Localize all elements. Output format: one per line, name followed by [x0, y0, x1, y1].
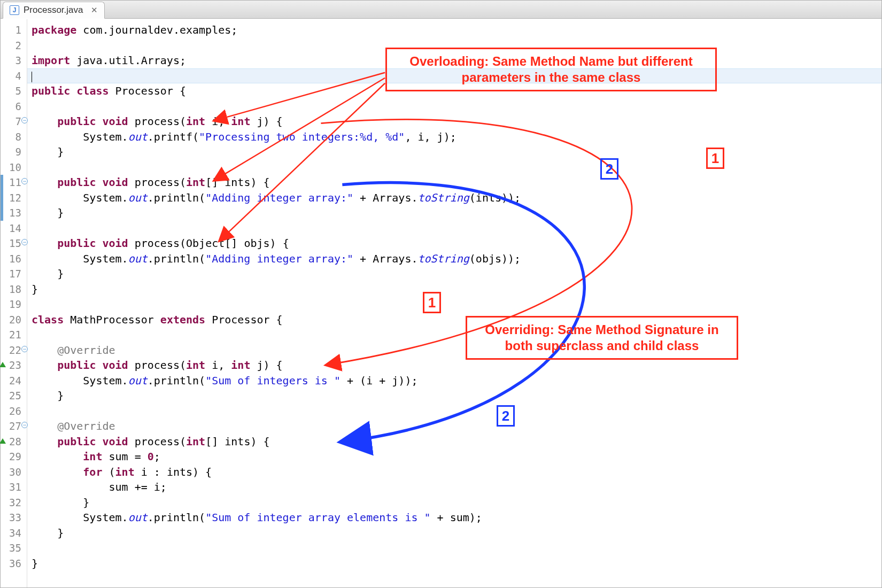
line-number: 26 — [1, 404, 27, 419]
code-line[interactable]: public void process(int i, int j) { — [32, 114, 881, 129]
code-line[interactable]: System.out.println("Sum of integers is "… — [32, 373, 881, 389]
code-line[interactable]: } — [32, 525, 881, 541]
line-number: 35 — [1, 540, 27, 556]
line-number: 1 — [1, 22, 27, 38]
code-line[interactable] — [32, 297, 881, 312]
line-number: 20 — [1, 312, 27, 328]
code-line[interactable] — [32, 160, 881, 175]
code-line[interactable]: System.out.println("Adding integer array… — [32, 251, 881, 267]
override-marker-icon[interactable] — [0, 438, 6, 444]
change-marker — [1, 175, 3, 190]
code-line[interactable]: class MathProcessor extends Processor { — [32, 312, 881, 328]
line-number: 4 — [1, 68, 27, 84]
code-line[interactable]: package com.journaldev.examples; — [32, 22, 881, 38]
line-number: 8 — [1, 129, 27, 145]
line-number: 22− — [1, 343, 27, 358]
code-line[interactable]: public void process(int i, int j) { — [32, 358, 881, 373]
line-number: 18 — [1, 282, 27, 297]
close-icon[interactable]: ✕ — [91, 5, 98, 15]
code-line[interactable] — [32, 540, 881, 556]
line-number: 21 — [1, 327, 27, 343]
code-area[interactable]: package com.journaldev.examples; import … — [27, 19, 881, 587]
line-number: 3 — [1, 53, 27, 68]
code-line[interactable]: sum += i; — [32, 479, 881, 495]
change-marker — [1, 190, 3, 206]
code-line[interactable]: } — [32, 144, 881, 160]
line-number: 27− — [1, 419, 27, 434]
code-line[interactable] — [32, 404, 881, 419]
line-number: 36 — [1, 556, 27, 571]
change-marker — [1, 205, 3, 221]
code-line[interactable]: int sum = 0; — [32, 449, 881, 465]
line-number: 17 — [1, 266, 27, 282]
override-marker-icon[interactable] — [0, 362, 6, 367]
override-pair-2a-label: 2 — [600, 158, 618, 180]
code-line[interactable]: } — [32, 388, 881, 404]
line-number: 7− — [1, 114, 27, 129]
code-line[interactable]: for (int i : ints) { — [32, 465, 881, 480]
code-line[interactable]: public void process(Object[] objs) { — [32, 236, 881, 251]
line-number: 15− — [1, 236, 27, 251]
line-number: 16 — [1, 251, 27, 267]
line-number: 12 — [1, 190, 27, 206]
code-line[interactable]: } — [32, 205, 881, 221]
code-line[interactable]: System.out.println("Adding integer array… — [32, 190, 881, 206]
code-line[interactable] — [32, 99, 881, 114]
line-number: 33 — [1, 510, 27, 525]
line-number-gutter: 1234567−891011−12131415−16171819202122−2… — [1, 19, 27, 587]
line-number: 13 — [1, 205, 27, 221]
overloading-callout: Overloading: Same Method Name but differ… — [385, 48, 717, 91]
code-line[interactable]: public void process(int[] ints) { — [32, 434, 881, 450]
line-number: 34 — [1, 525, 27, 541]
tab-bar: J Processor.java ✕ — [1, 1, 881, 19]
line-number: 25 — [1, 388, 27, 404]
code-line[interactable] — [32, 327, 881, 343]
line-number: 10 — [1, 160, 27, 175]
line-number: 14 — [1, 221, 27, 236]
line-number: 23 — [1, 358, 27, 373]
line-number: 29 — [1, 449, 27, 465]
line-number: 28 — [1, 434, 27, 450]
code-line[interactable]: System.out.printf("Processing two intege… — [32, 129, 881, 145]
code-line[interactable]: } — [32, 556, 881, 571]
file-tab[interactable]: J Processor.java ✕ — [3, 2, 105, 19]
line-number: 11− — [1, 175, 27, 190]
code-line[interactable]: public void process(int[] ints) { — [32, 175, 881, 190]
line-number: 5 — [1, 83, 27, 99]
code-line[interactable]: } — [32, 282, 881, 297]
code-line[interactable]: @Override — [32, 419, 881, 434]
java-file-icon: J — [10, 5, 19, 15]
code-line[interactable]: @Override — [32, 343, 881, 358]
line-number: 24 — [1, 373, 27, 389]
code-line[interactable]: } — [32, 495, 881, 510]
line-number: 30 — [1, 465, 27, 480]
line-number: 32 — [1, 495, 27, 510]
override-pair-1b-label: 1 — [423, 292, 441, 313]
line-number: 6 — [1, 99, 27, 114]
line-number: 31 — [1, 479, 27, 495]
line-number: 19 — [1, 297, 27, 312]
code-line[interactable] — [32, 221, 881, 236]
code-editor[interactable]: 1234567−891011−12131415−16171819202122−2… — [1, 19, 881, 587]
overriding-callout: Overriding: Same Method Signature inboth… — [466, 316, 738, 360]
override-pair-1a-label: 1 — [706, 148, 724, 169]
code-line[interactable]: } — [32, 266, 881, 282]
override-pair-2b-label: 2 — [497, 405, 515, 427]
line-number: 2 — [1, 38, 27, 53]
editor-window: J Processor.java ✕ 1234567−891011−121314… — [0, 0, 882, 588]
tab-filename: Processor.java — [24, 5, 83, 16]
line-number: 9 — [1, 144, 27, 160]
code-line[interactable]: System.out.println("Sum of integer array… — [32, 510, 881, 525]
